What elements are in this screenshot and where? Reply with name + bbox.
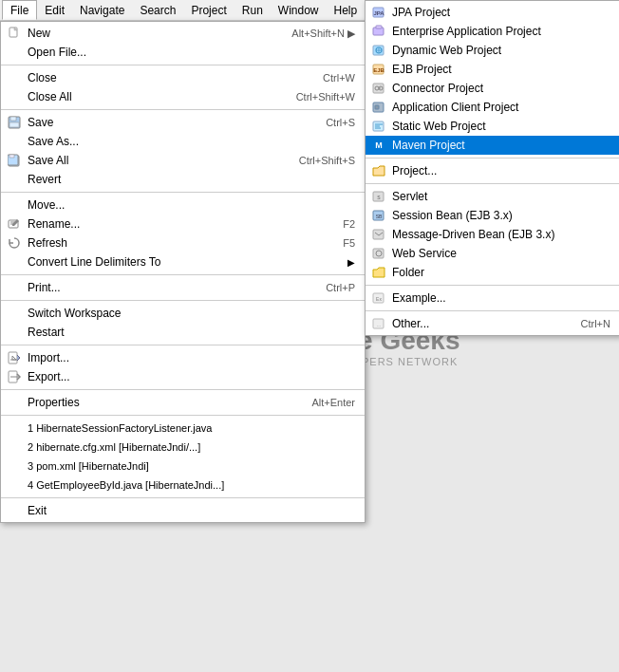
menu-item-save-all[interactable]: Save All Ctrl+Shift+S xyxy=(1,151,365,170)
menu-window[interactable]: Window xyxy=(271,0,327,20)
session-bean-label: Session Bean (EJB 3.x) xyxy=(392,209,513,222)
menu-item-exit[interactable]: Exit xyxy=(1,501,365,520)
menu-item-properties[interactable]: Properties Alt+Enter xyxy=(1,393,365,412)
close-all-shortcut: Ctrl+Shift+W xyxy=(296,91,359,103)
folder-label: Folder xyxy=(392,266,424,279)
menu-item-switch-workspace[interactable]: Switch Workspace xyxy=(1,304,365,323)
menu-help[interactable]: Help xyxy=(327,0,366,20)
submenu-item-ejb-project[interactable]: EJB EJB Project xyxy=(366,60,619,79)
menu-item-print[interactable]: Print... Ctrl+P xyxy=(1,278,365,297)
restart-label: Restart xyxy=(28,326,65,339)
menu-item-move[interactable]: Move... xyxy=(1,196,365,215)
maven-project-label: Maven Project xyxy=(392,139,465,152)
menu-search[interactable]: Search xyxy=(132,0,183,20)
save-all-icon xyxy=(7,153,22,168)
save-shortcut: Ctrl+S xyxy=(326,117,359,128)
print-shortcut: Ctrl+P xyxy=(326,282,359,293)
menu-item-save[interactable]: Save Ctrl+S xyxy=(1,113,365,132)
menu-item-new[interactable]: New Alt+Shift+N ▶ xyxy=(1,24,365,43)
msg-bean-label: Message-Driven Bean (EJB 3.x) xyxy=(392,228,554,241)
exit-label: Exit xyxy=(28,504,47,517)
rename-shortcut: F2 xyxy=(343,218,359,230)
convert-arrow: ▶ xyxy=(347,257,359,268)
recent-4-label: 4 GetEmployeeById.java [HibernateJndi...… xyxy=(28,479,224,491)
submenu-sep-3 xyxy=(366,285,619,286)
other-shortcut: Ctrl+N xyxy=(581,318,614,329)
menu-project[interactable]: Project xyxy=(183,0,234,20)
submenu-item-other[interactable]: ... Other... Ctrl+N xyxy=(366,314,619,333)
revert-label: Revert xyxy=(28,173,61,186)
submenu-item-app-client[interactable]: Application Client Project xyxy=(366,98,619,117)
submenu-item-servlet[interactable]: S Servlet xyxy=(366,187,619,206)
menu-item-import[interactable]: Import... xyxy=(1,348,365,367)
submenu-item-enterprise-app[interactable]: Enterprise Application Project xyxy=(366,22,619,41)
move-label: Move... xyxy=(28,198,65,212)
menu-run[interactable]: Run xyxy=(234,0,271,20)
menu-item-close[interactable]: Close Ctrl+W xyxy=(1,68,365,87)
recent-2-label: 2 hibernate.cfg.xml [HibernateJndi/...] xyxy=(28,441,200,453)
menu-item-close-all[interactable]: Close All Ctrl+Shift+W xyxy=(1,87,365,106)
submenu-sep-1 xyxy=(366,158,619,159)
menu-item-save-as[interactable]: Save As... xyxy=(1,132,365,151)
svg-text:EJB: EJB xyxy=(373,67,385,73)
close-label: Close xyxy=(28,71,57,84)
menu-item-restart[interactable]: Restart xyxy=(1,323,365,342)
open-file-label: Open File... xyxy=(28,46,86,59)
separator-2 xyxy=(1,109,365,110)
refresh-icon xyxy=(7,235,22,251)
svg-rect-16 xyxy=(376,26,382,28)
submenu-sep-2 xyxy=(366,183,619,184)
menu-item-refresh[interactable]: Refresh F5 xyxy=(1,233,365,252)
submenu-item-dynamic-web[interactable]: Dynamic Web Project xyxy=(366,41,619,60)
recent-file-2[interactable]: 2 hibernate.cfg.xml [HibernateJndi/...] xyxy=(1,438,365,457)
ejb-project-icon: EJB xyxy=(371,62,386,77)
separator-1 xyxy=(1,65,365,65)
dynamic-web-icon xyxy=(371,43,386,58)
submenu-item-msg-bean[interactable]: Message-Driven Bean (EJB 3.x) xyxy=(366,225,619,244)
properties-label: Properties xyxy=(28,396,80,409)
menu-edit[interactable]: Edit xyxy=(37,0,72,20)
menu-item-export[interactable]: Export... xyxy=(1,367,365,386)
submenu-item-maven-project[interactable]: M Maven Project xyxy=(366,136,619,155)
submenu-item-project[interactable]: Project... xyxy=(366,161,619,180)
session-bean-icon: SB xyxy=(371,208,386,223)
menu-item-convert[interactable]: Convert Line Delimiters To ▶ xyxy=(1,252,365,271)
svg-rect-5 xyxy=(9,122,19,127)
submenu-item-static-web[interactable]: Static Web Project xyxy=(366,117,619,136)
menu-navigate[interactable]: Navigate xyxy=(72,0,132,20)
save-as-label: Save As... xyxy=(28,135,79,148)
submenu-item-connector[interactable]: Connector Project xyxy=(366,79,619,98)
import-label: Import... xyxy=(28,351,69,364)
dynamic-web-label: Dynamic Web Project xyxy=(392,44,501,57)
menu-item-open-file[interactable]: Open File... xyxy=(1,43,365,62)
svg-rect-25 xyxy=(375,105,379,109)
menu-item-rename[interactable]: Rename... F2 xyxy=(1,215,365,233)
new-icon xyxy=(7,26,22,41)
submenu-item-example[interactable]: Ex Example... xyxy=(366,289,619,308)
static-web-label: Static Web Project xyxy=(392,120,485,133)
submenu-item-web-service[interactable]: Web Service xyxy=(366,244,619,263)
save-label: Save xyxy=(28,116,53,129)
submenu-item-folder[interactable]: Folder xyxy=(366,263,619,282)
other-label: Other... xyxy=(392,317,429,330)
separator-3 xyxy=(1,192,365,193)
submenu-sep-4 xyxy=(366,310,619,311)
recent-1-label: 1 HibernateSessionFactoryListener.java xyxy=(28,422,212,434)
recent-file-4[interactable]: 4 GetEmployeeById.java [HibernateJndi...… xyxy=(1,476,365,495)
submenu-item-jpa-project[interactable]: JPA JPA Project xyxy=(366,3,619,22)
enterprise-app-icon xyxy=(371,24,386,39)
servlet-label: Servlet xyxy=(392,190,427,203)
example-label: Example... xyxy=(392,291,446,305)
recent-file-3[interactable]: 3 pom.xml [HibernateJndi] xyxy=(1,457,365,476)
close-shortcut: Ctrl+W xyxy=(323,72,359,84)
menu-item-revert[interactable]: Revert xyxy=(1,170,365,189)
menu-file[interactable]: File xyxy=(2,0,37,20)
submenu-item-session-bean[interactable]: SB Session Bean (EJB 3.x) xyxy=(366,206,619,225)
example-icon: Ex xyxy=(371,290,386,306)
recent-file-1[interactable]: 1 HibernateSessionFactoryListener.java xyxy=(1,419,365,438)
connector-icon xyxy=(371,81,386,96)
msg-bean-icon xyxy=(371,227,386,242)
print-label: Print... xyxy=(28,281,61,294)
recent-3-label: 3 pom.xml [HibernateJndi] xyxy=(28,460,149,472)
refresh-label: Refresh xyxy=(28,236,67,250)
